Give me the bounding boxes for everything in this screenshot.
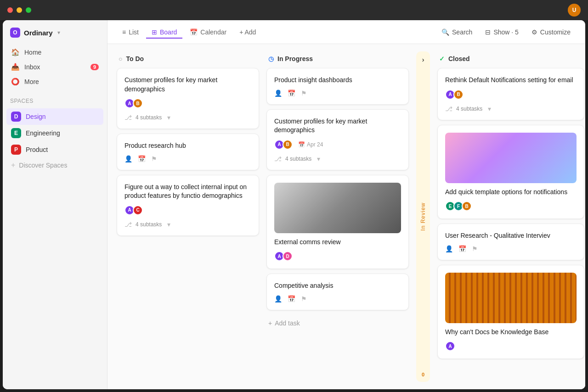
card-avatars: A D [274, 251, 293, 261]
sidebar-item-home[interactable]: 🏠 Home [6, 45, 103, 60]
avatar: A [445, 341, 455, 351]
discover-spaces-item[interactable]: + Discover Spaces [6, 158, 103, 173]
search-button[interactable]: 🔍 Search [436, 26, 478, 39]
closed-cards: Rethink Default Notifications setting fo… [437, 68, 584, 359]
customize-label: Customize [540, 28, 571, 36]
space-label: Product [26, 146, 48, 153]
avatar: D [283, 251, 293, 261]
sidebar-item-design[interactable]: D Design [6, 108, 103, 125]
design-dot: D [11, 112, 21, 122]
column-todo: ○ To Do Customer profiles for key market… [117, 51, 259, 382]
inreview-count: 0 [422, 372, 424, 377]
inprogress-cards: Product insight dashboards 👤 📅 ⚑ Custome… [266, 68, 409, 331]
plus-icon: + [268, 319, 272, 327]
app-container: O Ordinary ▾ 🏠 Home 📥 Inbox 9 ⭕ More Spa… [3, 20, 585, 389]
calendar-icon: 📅 [288, 295, 295, 302]
card-inprogress-2: Customer profiles for key market demogra… [266, 109, 409, 170]
card-meta: A C [124, 205, 251, 215]
avatar: B [462, 201, 472, 211]
chevron-icon: ▾ [167, 114, 170, 121]
avatar: B [453, 90, 464, 100]
sidebar: O Ordinary ▾ 🏠 Home 📥 Inbox 9 ⭕ More Spa… [3, 20, 107, 389]
sidebar-header: O Ordinary ▾ [3, 20, 107, 41]
subtask-count: 4 subtasks [285, 156, 311, 162]
tab-calendar[interactable]: 📅 Calendar [184, 26, 232, 39]
gear-icon: ⚙ [531, 28, 537, 36]
inbox-badge: 9 [90, 64, 99, 70]
maximize-button[interactable] [26, 7, 31, 13]
todo-cards: Customer profiles for key market demogra… [117, 68, 259, 236]
card-title: Product research hub [124, 141, 251, 151]
card-title: Add quick template options for notificat… [445, 188, 577, 197]
flag-icon: ⚑ [301, 295, 307, 302]
card-footer: ⎇ 4 subtasks ▾ [124, 221, 251, 228]
card-meta: A B [445, 90, 577, 100]
inprogress-status-icon: ◷ [268, 55, 274, 62]
tab-board[interactable]: ⊞ Board [146, 26, 182, 39]
spaces-label: Spaces [10, 98, 34, 104]
column-inreview[interactable]: › In Review 0 [416, 51, 430, 382]
customize-button[interactable]: ⚙ Customize [526, 26, 576, 39]
calendar-icon: 📅 [288, 90, 295, 97]
card-avatars: A C [124, 205, 143, 215]
subtask-icon: ⎇ [124, 114, 132, 121]
subtask-icon: ⎇ [124, 221, 132, 228]
card-footer: ⎇ 4 subtasks ▾ [445, 105, 577, 112]
sidebar-item-engineering[interactable]: E Engineering [6, 125, 103, 141]
inbox-icon: 📥 [11, 63, 20, 71]
add-button[interactable]: + Add [234, 26, 261, 39]
card-todo-3: Figure out a way to collect internal inp… [117, 175, 259, 236]
card-image [445, 133, 577, 183]
card-meta: 👤 📅 ⚑ [274, 295, 401, 302]
calendar-icon: 📅 [458, 245, 466, 252]
avatar[interactable]: U [568, 4, 581, 17]
card-closed-1: Rethink Default Notifications setting fo… [437, 68, 584, 120]
close-button[interactable] [7, 7, 13, 13]
card-closed-2: Add quick template options for notificat… [437, 125, 584, 219]
flag-icon: ⚑ [301, 90, 307, 97]
flag-icon: ⚑ [472, 245, 478, 252]
card-image-content [445, 133, 577, 183]
show-label: Show · 5 [493, 28, 518, 36]
toolbar: ≡ List ⊞ Board 📅 Calendar + Add 🔍 Search [107, 20, 585, 44]
sidebar-item-label: Inbox [24, 63, 40, 71]
sidebar-item-product[interactable]: P Product [6, 141, 103, 158]
calendar-icon: 📅 [190, 28, 198, 36]
card-date: 📅 Apr 24 [298, 141, 323, 148]
card-meta: A [445, 341, 577, 351]
show-button[interactable]: ⊟ Show · 5 [480, 26, 524, 39]
user-icon: 👤 [274, 295, 282, 302]
home-icon: 🏠 [11, 48, 20, 56]
card-meta: 👤 📅 ⚑ [124, 155, 251, 162]
column-title-inprogress: In Progress [277, 55, 313, 62]
column-header-inprogress: ◷ In Progress [266, 51, 409, 68]
spaces-section: Spaces [3, 93, 107, 106]
sidebar-item-label: More [24, 78, 39, 85]
tab-list[interactable]: ≡ List [117, 26, 144, 39]
card-title: Customer profiles for key market demogra… [274, 117, 401, 135]
card-title: Rethink Default Notifications setting fo… [445, 76, 577, 85]
card-avatars: A B [445, 90, 464, 100]
sidebar-item-more[interactable]: ⭕ More [6, 74, 103, 89]
card-inprogress-1: Product insight dashboards 👤 📅 ⚑ [266, 68, 409, 105]
column-inprogress: ◷ In Progress Product insight dashboards… [266, 51, 409, 382]
card-inprogress-3: External comms review A D [266, 175, 409, 269]
card-closed-4: Why can't Docs be Knowledge Base A [437, 265, 584, 359]
subtask-icon: ⎇ [274, 155, 282, 162]
card-meta: E F B [445, 201, 577, 211]
space-label: Engineering [26, 129, 60, 137]
list-icon: ≡ [122, 28, 126, 36]
tab-calendar-label: Calendar [200, 28, 226, 36]
toolbar-right: 🔍 Search ⊟ Show · 5 ⚙ Customize [436, 26, 576, 39]
show-icon: ⊟ [485, 28, 491, 36]
space-label: Design [26, 113, 46, 120]
add-task-button[interactable]: + Add task [266, 315, 409, 331]
chevron-icon: ▾ [317, 155, 320, 162]
minimize-button[interactable] [17, 7, 22, 13]
card-footer: ⎇ 4 subtasks ▾ [124, 114, 251, 121]
subtask-count: 4 subtasks [136, 114, 162, 121]
sidebar-item-inbox[interactable]: 📥 Inbox 9 [6, 60, 103, 74]
column-header-closed: ✓ Closed [437, 51, 584, 68]
tab-list-label: List [129, 28, 139, 36]
card-meta: 👤 📅 ⚑ [274, 90, 401, 97]
